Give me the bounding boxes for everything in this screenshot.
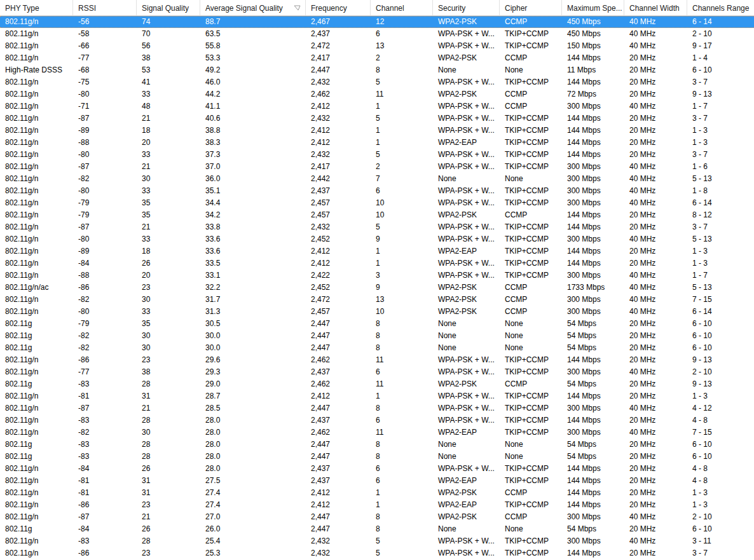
- table-row[interactable]: 802.11g/n-872133.82,4325WPA-PSK + W...TK…: [0, 221, 754, 233]
- cell-signal_quality: 33: [137, 306, 200, 318]
- table-row[interactable]: 802.11g-832828.02,4478NoneNone54 Mbps20 …: [0, 439, 754, 451]
- cell-rssi: -79: [73, 197, 137, 209]
- table-row[interactable]: 802.11g/n-803331.32,45710WPA2-PSKCCMP300…: [0, 306, 754, 318]
- table-row[interactable]: 802.11g/n-803337.32,4325WPA-PSK + W...TK…: [0, 149, 754, 161]
- cell-channel: 1: [371, 487, 433, 499]
- cell-frequency: 2,462: [306, 378, 371, 390]
- table-row[interactable]: 802.11g/n-803333.62,4529WPA-PSK + W...TK…: [0, 233, 754, 245]
- cell-phy_type: 802.11g/n: [0, 511, 73, 523]
- table-row[interactable]: 802.11g/n-832828.02,4376WPA-PSK + W...TK…: [0, 414, 754, 427]
- cell-channel: 6: [371, 185, 433, 197]
- table-row[interactable]: 802.11g/n-891833.62,4121WPA2-EAPTKIP+CCM…: [0, 245, 754, 257]
- cell-rssi: -82: [73, 427, 137, 439]
- cell-maximum_speed: 300 Mbps: [562, 197, 624, 209]
- cell-frequency: 2,447: [306, 402, 371, 414]
- cell-channel: 11: [371, 378, 433, 390]
- table-row[interactable]: 802.11g/n-665655.82,47213WPA-PSK + W...T…: [0, 40, 754, 52]
- table-row[interactable]: 802.11g/n-823031.72,47213WPA2-PSKCCMP300…: [0, 294, 754, 306]
- table-row[interactable]: 802.11g/n-823028.02,46211WPA2-EAPTKIP+CC…: [0, 427, 754, 439]
- table-row[interactable]: 802.11g/n-832825.42,4325WPA-PSK + W...TK…: [0, 535, 754, 547]
- cell-maximum_speed: 144 Mbps: [562, 547, 624, 559]
- cell-avg_signal_quality: 27.4: [200, 499, 306, 511]
- table-row[interactable]: 802.11g/n-862327.42,4121WPA2-EAPTKIP+CCM…: [0, 499, 754, 511]
- cell-security: WPA-PSK + W...: [433, 197, 500, 209]
- column-header-maximum_speed[interactable]: Maximum Spe...: [562, 0, 624, 16]
- cell-avg_signal_quality: 30.0: [200, 330, 306, 342]
- cell-avg_signal_quality: 33.1: [200, 270, 306, 282]
- table-header-row: PHY TypeRSSISignal QualityAverage Signal…: [0, 0, 754, 16]
- table-row[interactable]: 802.11g/n-773829.32,4376WPA-PSK + W...TK…: [0, 366, 754, 378]
- cell-cipher: TKIP+CCMP: [500, 197, 562, 209]
- table-row[interactable]: 802.11g/n-872128.52,4478WPA-PSK + W...TK…: [0, 402, 754, 414]
- cell-phy_type: 802.11g/n: [0, 257, 73, 270]
- table-row[interactable]: 802.11g/n-813128.72,4121WPA-PSK + W...TK…: [0, 390, 754, 402]
- table-row[interactable]: 802.11g/n-793534.42,45710WPA-PSK + W...T…: [0, 197, 754, 209]
- table-row[interactable]: 802.11g-793530.52,4478NoneNone54 Mbps20 …: [0, 318, 754, 330]
- column-header-cipher[interactable]: Cipher: [500, 0, 562, 16]
- table-row-selected[interactable]: 802.11g/n-567488.72,46712WPA2-PSKCCMP450…: [0, 16, 754, 28]
- cell-channel_width: 20 MHz: [624, 475, 687, 487]
- cell-cipher: CCMP: [500, 282, 562, 294]
- table-row[interactable]: 802.11g/n/ac-862332.22,4529WPA2-PSKCCMP1…: [0, 282, 754, 294]
- table-row[interactable]: 802.11g/n-842633.52,4121WPA-PSK + W...TK…: [0, 257, 754, 270]
- cell-avg_signal_quality: 33.5: [200, 257, 306, 270]
- cell-cipher: CCMP: [500, 294, 562, 306]
- cell-rssi: -86: [73, 282, 137, 294]
- table-body: 802.11g/n-567488.72,46712WPA2-PSKCCMP450…: [0, 16, 754, 559]
- cell-signal_quality: 23: [137, 282, 200, 294]
- table-row[interactable]: 802.11g/n-803344.22,46211WPA2-PSKCCMP72 …: [0, 88, 754, 100]
- cell-channels_range: 7 - 15: [687, 427, 754, 439]
- cell-security: WPA2-EAP: [433, 245, 500, 257]
- table-row[interactable]: 802.11g/n-793534.22,45710WPA2-PSKCCMP144…: [0, 209, 754, 221]
- cell-signal_quality: 21: [137, 221, 200, 233]
- cell-maximum_speed: 144 Mbps: [562, 149, 624, 161]
- table-row[interactable]: 802.11g/n-842628.02,4376WPA-PSK + W...TK…: [0, 463, 754, 475]
- column-header-channel_width[interactable]: Channel Width: [624, 0, 687, 16]
- table-row[interactable]: 802.11g/n-882033.12,4223WPA-PSK + W...TK…: [0, 270, 754, 282]
- column-header-channels_range[interactable]: Channels Range: [687, 0, 754, 16]
- cell-phy_type: 802.11g/n: [0, 487, 73, 499]
- table-row[interactable]: 802.11g/n-803335.12,4376WPA-PSK + W...TK…: [0, 185, 754, 197]
- cell-channel_width: 40 MHz: [624, 306, 687, 318]
- column-header-security[interactable]: Security: [433, 0, 500, 16]
- table-row[interactable]: 802.11g/n-714841.12,4121WPA-PSK + W...CC…: [0, 100, 754, 113]
- cell-security: WPA2-PSK: [433, 88, 500, 100]
- table-row[interactable]: 802.11g/n-773853.32,4172WPA2-PSKCCMP144 …: [0, 52, 754, 64]
- cell-avg_signal_quality: 25.4: [200, 535, 306, 547]
- table-row[interactable]: 802.11g/n-872140.62,4325WPA-PSK + W...TK…: [0, 113, 754, 125]
- column-header-signal_quality[interactable]: Signal Quality: [137, 0, 200, 16]
- table-row[interactable]: 802.11g-823030.02,4478NoneNone54 Mbps20 …: [0, 330, 754, 342]
- cell-frequency: 2,437: [306, 28, 371, 40]
- cell-security: None: [433, 173, 500, 185]
- table-row[interactable]: 802.11g/n-587063.52,4376WPA-PSK + W...TK…: [0, 28, 754, 40]
- cell-channel: 13: [371, 294, 433, 306]
- table-row[interactable]: 802.11g/n-813127.52,4376WPA2-EAPTKIP+CCM…: [0, 475, 754, 487]
- cell-frequency: 2,467: [306, 17, 371, 27]
- table-row[interactable]: 802.11g/n-872127.02,4478WPA2-PSKCCMP300 …: [0, 511, 754, 523]
- table-row[interactable]: 802.11g-823030.02,4478NoneNone54 Mbps20 …: [0, 342, 754, 354]
- table-row[interactable]: 802.11g/n-813127.42,4121WPA2-PSKCCMP144 …: [0, 487, 754, 499]
- cell-maximum_speed: 144 Mbps: [562, 499, 624, 511]
- table-row[interactable]: 802.11g/n-862325.32,4325WPA-PSK + W...TK…: [0, 547, 754, 559]
- table-row[interactable]: 802.11g/n-754146.02,4325WPA-PSK + W...TK…: [0, 76, 754, 88]
- cell-channel: 8: [371, 402, 433, 414]
- table-row[interactable]: 802.11g/n-862329.62,46211WPA-PSK + W...T…: [0, 354, 754, 366]
- column-header-frequency[interactable]: Frequency: [306, 0, 371, 16]
- table-row[interactable]: 802.11g/n-891838.82,4121WPA-PSK + W...TK…: [0, 125, 754, 137]
- cell-channel: 6: [371, 366, 433, 378]
- table-row[interactable]: 802.11g/n-872137.02,4172WPA-PSK + W...TK…: [0, 161, 754, 173]
- cell-avg_signal_quality: 40.6: [200, 113, 306, 125]
- table-row[interactable]: 802.11g-832828.02,4478NoneNone54 Mbps20 …: [0, 451, 754, 463]
- column-header-rssi[interactable]: RSSI: [73, 0, 137, 16]
- cell-frequency: 2,447: [306, 511, 371, 523]
- cell-avg_signal_quality: 30.0: [200, 342, 306, 354]
- table-row[interactable]: 802.11g-842626.02,4478NoneNone54 Mbps20 …: [0, 523, 754, 535]
- table-row[interactable]: High-Rate DSSS-685349.22,4478NoneNone11 …: [0, 64, 754, 76]
- table-row[interactable]: 802.11g-832829.02,46211WPA2-PSKCCMP54 Mb…: [0, 378, 754, 390]
- table-row[interactable]: 802.11g/n-823036.02,4427NoneNone300 Mbps…: [0, 173, 754, 185]
- table-row[interactable]: 802.11g/n-882038.32,4121WPA2-EAPTKIP+CCM…: [0, 137, 754, 149]
- column-header-phy_type[interactable]: PHY Type: [0, 0, 73, 16]
- column-header-avg_signal_quality[interactable]: Average Signal Quality: [200, 0, 306, 16]
- cell-rssi: -83: [73, 414, 137, 427]
- column-header-channel[interactable]: Channel: [371, 0, 433, 16]
